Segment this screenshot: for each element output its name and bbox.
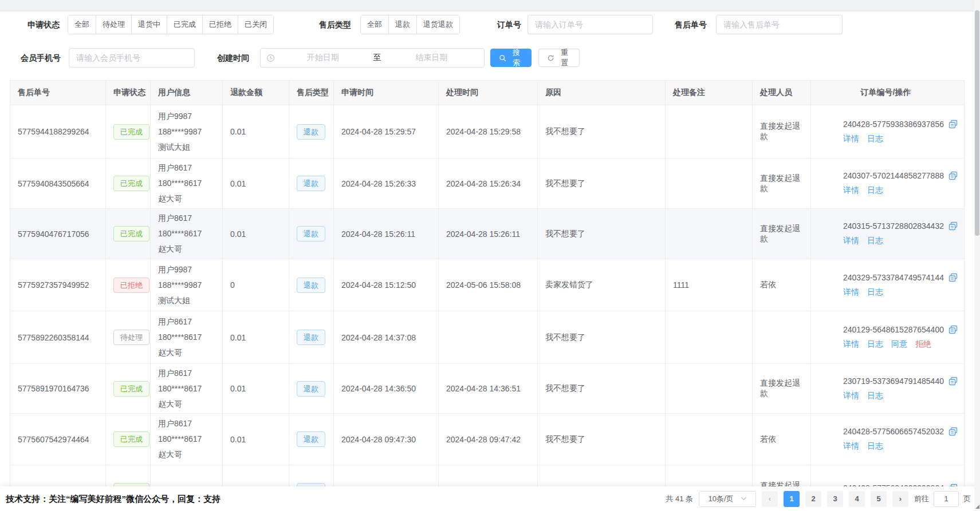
action-link-详情[interactable]: 详情	[843, 287, 859, 298]
type-option-退货退款[interactable]: 退货退款	[416, 15, 459, 34]
aftersale-no-input[interactable]	[716, 15, 843, 34]
table-row: 5775944188299264 已完成 用户9987188****9987测试…	[10, 105, 965, 159]
refund-amount: 0.01	[230, 384, 246, 393]
status-option-全部[interactable]: 全部	[68, 15, 96, 34]
action-link-日志[interactable]: 日志	[867, 185, 883, 196]
action-link-日志[interactable]: 日志	[867, 441, 883, 451]
refund-amount: 0.01	[230, 179, 246, 188]
order-no-input[interactable]	[528, 15, 653, 34]
order-number: 240307-5702144858277888	[843, 171, 944, 180]
reason-text: 我不想要了	[545, 126, 585, 136]
handle-time: 2024-04-28 15:26:11	[446, 229, 520, 239]
chevron-down-icon	[741, 497, 747, 501]
column-header-remark: 处理备注	[666, 81, 753, 105]
next-page-button[interactable]: ›	[892, 491, 908, 507]
user-info: 用户8617180****8617赵大哥	[158, 366, 219, 412]
handle-time: 2024-04-28 09:47:42	[446, 435, 521, 444]
user-info: 用户8617180****8617赵大哥	[158, 160, 219, 207]
refund-amount: 0.01	[230, 435, 246, 444]
order-number: 240428-5775606657452032	[843, 427, 944, 436]
action-link-拒绝[interactable]: 拒绝	[915, 339, 931, 350]
copy-icon[interactable]	[948, 171, 958, 180]
action-link-详情[interactable]: 详情	[843, 391, 859, 401]
type-option-全部[interactable]: 全部	[361, 15, 388, 34]
handler-name: 直接发起退款	[760, 173, 800, 193]
type-badge: 退款	[297, 278, 325, 293]
refresh-icon	[547, 54, 554, 62]
scrollbar-thumb[interactable]	[975, 10, 979, 236]
action-link-详情[interactable]: 详情	[843, 185, 859, 196]
search-button[interactable]: 搜索	[490, 49, 532, 67]
action-link-详情[interactable]: 详情	[843, 339, 859, 350]
action-link-同意[interactable]: 同意	[891, 339, 907, 350]
refund-amount: 0.01	[230, 127, 246, 136]
pagination-total: 共 41 条	[666, 494, 693, 504]
handle-time: 2024-05-06 15:58:08	[446, 280, 521, 290]
copy-icon[interactable]	[948, 273, 958, 282]
action-link-日志[interactable]: 日志	[867, 236, 883, 246]
copy-icon[interactable]	[948, 427, 958, 436]
status-option-待处理[interactable]: 待处理	[96, 15, 131, 34]
action-link-日志[interactable]: 日志	[867, 134, 883, 144]
type-option-退款[interactable]: 退款	[388, 15, 416, 34]
page-button-5[interactable]: 5	[871, 491, 887, 507]
goto-page-input[interactable]	[934, 491, 959, 507]
order-number: 240129-5648615287654400	[843, 325, 944, 334]
status-option-退货中[interactable]: 退货中	[131, 15, 167, 34]
handler-name: 直接发起退款	[760, 224, 800, 243]
date-range-picker[interactable]: 开始日期 至 结束日期	[260, 48, 485, 68]
action-link-日志[interactable]: 日志	[867, 287, 883, 298]
clock-icon	[266, 54, 275, 62]
table-row: 5775891970164736 已完成 用户8617180****8617赵大…	[10, 364, 965, 414]
member-phone-input[interactable]	[69, 48, 195, 68]
handler-name: 若依	[760, 434, 776, 443]
status-option-已完成[interactable]: 已完成	[167, 15, 202, 34]
column-header-aftersale-no: 售后单号	[10, 81, 106, 105]
type-filter-group: 全部退款退货退款	[360, 15, 460, 34]
type-badge: 退款	[297, 226, 325, 241]
row-actions: 详情日志	[843, 441, 961, 451]
filter-row-1: 申请状态 全部待处理退货中已完成已拒绝已关闭 售后类型 全部退款退货退款 订单号…	[0, 15, 980, 34]
action-link-详情[interactable]: 详情	[843, 134, 859, 144]
reset-button[interactable]: 重置	[538, 49, 580, 67]
tech-support-text: 技术支持：关注“编写美好前程”微信公众号，回复：支持	[6, 486, 221, 511]
copy-icon[interactable]	[948, 325, 958, 334]
status-option-已关闭[interactable]: 已关闭	[238, 15, 273, 34]
end-date-placeholder[interactable]: 结束日期	[385, 53, 479, 63]
table-row: 5775940476717056 已完成 用户8617180****8617赵大…	[10, 209, 965, 259]
column-header-handler: 处理人员	[753, 81, 811, 105]
copy-icon[interactable]	[948, 120, 958, 129]
copy-icon[interactable]	[948, 377, 958, 386]
prev-page-button[interactable]: ‹	[762, 491, 778, 507]
page-button-3[interactable]: 3	[827, 491, 843, 507]
action-link-日志[interactable]: 日志	[867, 339, 883, 350]
table-row: 5775607542974464 已完成 用户8617180****8617赵大…	[10, 414, 965, 465]
goto-suffix: 页	[963, 494, 971, 504]
action-link-详情[interactable]: 详情	[843, 236, 859, 246]
copy-icon[interactable]	[948, 221, 958, 231]
type-badge: 退款	[297, 176, 325, 191]
handle-time: 2024-04-28 15:26:34	[446, 179, 521, 188]
date-range-separator: 至	[370, 53, 385, 63]
column-header-apply-time: 申请时间	[334, 81, 439, 105]
column-header-reason: 原因	[538, 81, 666, 105]
action-link-日志[interactable]: 日志	[867, 391, 883, 401]
refund-amount: 0.01	[230, 229, 246, 239]
status-filter-label: 申请状态	[27, 15, 60, 34]
status-option-已拒绝[interactable]: 已拒绝	[202, 15, 238, 34]
page-button-2[interactable]: 2	[805, 491, 821, 507]
page-button-4[interactable]: 4	[849, 491, 865, 507]
page-scrollbar[interactable]	[974, 0, 980, 511]
page-size-select[interactable]: 10条/页	[699, 491, 756, 507]
column-header-order-actions: 订单编号/操作	[811, 81, 965, 105]
action-link-详情[interactable]: 详情	[843, 441, 859, 451]
row-actions: 详情日志	[843, 236, 961, 246]
column-header-handle-time: 处理时间	[439, 81, 538, 105]
order-number: 230719-5373694791485440	[843, 377, 944, 386]
reason-text: 我不想要了	[545, 229, 585, 238]
start-date-placeholder[interactable]: 开始日期	[276, 53, 370, 63]
column-header-type: 售后类型	[289, 81, 334, 105]
pagination: 共 41 条 10条/页 ‹ 12345 › 前往 页	[666, 486, 971, 511]
type-badge: 退款	[297, 330, 325, 345]
page-button-1[interactable]: 1	[784, 491, 800, 507]
